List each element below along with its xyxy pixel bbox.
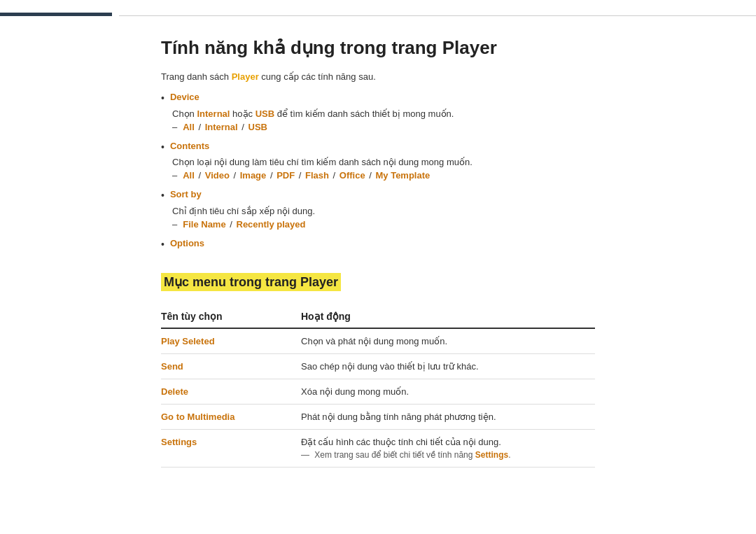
bullet-dot-sortby: • — [161, 189, 164, 203]
contents-options: All / Video / Image / PDF / Flash / Offi… — [183, 170, 430, 181]
table-row: Play Seleted Chọn và phát nội dung mong … — [161, 328, 595, 354]
option-send: Send — [161, 353, 301, 379]
intro-prefix: Trang danh sách — [161, 71, 232, 82]
feature-desc-device: Chọn Internal hoặc USB để tìm kiếm danh … — [172, 108, 595, 119]
bullet-dot: • — [161, 92, 164, 106]
content-area: Tính năng khả dụng trong trang Player Tr… — [0, 16, 756, 496]
option-go-multimedia: Go to Multimedia — [161, 404, 301, 429]
bullet-dot-contents: • — [161, 141, 164, 155]
device-sub-list: All / Internal / USB — [172, 122, 595, 132]
feature-list: • Device Chọn Internal hoặc USB để tìm k… — [161, 92, 595, 251]
internal-highlight: Internal — [197, 108, 230, 119]
menu-table: Tên tùy chọn Hoạt động Play Seleted Chọn… — [161, 305, 595, 468]
action-settings: Đặt cấu hình các thuộc tính chi tiết của… — [301, 429, 595, 467]
intro-text: Trang danh sách Player cung cấp các tính… — [161, 71, 595, 82]
table-row: Delete Xóa nội dung mong muốn. — [161, 379, 595, 404]
device-sub-item: All / Internal / USB — [172, 122, 595, 132]
action-play-seleted: Chọn và phát nội dung mong muốn. — [301, 328, 595, 354]
usb-highlight: USB — [255, 108, 274, 119]
sortby-sub-list: File Name / Recently played — [172, 219, 595, 230]
section-heading: Mục menu trong trang Player — [161, 273, 341, 291]
intro-suffix: cung cấp các tính năng sau. — [259, 71, 376, 82]
feature-sortby: • Sort by Chỉ định tiêu chí sắp xếp nội … — [161, 189, 595, 230]
feature-label-sortby: Sort by — [170, 189, 202, 199]
note-dash: ― — [301, 450, 309, 460]
option-settings: Settings — [161, 429, 301, 467]
settings-link: Settings — [475, 450, 508, 460]
table-header-row: Tên tùy chọn Hoạt động — [161, 305, 595, 328]
sortby-options: File Name / Recently played — [183, 219, 305, 230]
feature-options: • Options — [161, 238, 595, 252]
feature-label-contents: Contents — [170, 141, 209, 151]
action-go-multimedia: Phát nội dung bằng tính năng phát phương… — [301, 404, 595, 429]
settings-note-prefix: Xem trang sau để biết chi tiết về tính n… — [314, 450, 475, 460]
feature-device: • Device Chọn Internal hoặc USB để tìm k… — [161, 92, 595, 132]
settings-note-suffix: . — [508, 450, 510, 460]
device-options: All / Internal / USB — [183, 122, 267, 132]
option-delete: Delete — [161, 379, 301, 404]
top-bar — [0, 0, 756, 16]
action-delete: Xóa nội dung mong muốn. — [301, 379, 595, 404]
feature-contents: • Contents Chọn loại nội dung làm tiêu c… — [161, 141, 595, 181]
table-row: Settings Đặt cấu hình các thuộc tính chi… — [161, 429, 595, 467]
feature-desc-contents: Chọn loại nội dung làm tiêu chí tìm kiếm… — [172, 157, 595, 167]
contents-sub-list: All / Video / Image / PDF / Flash / Offi… — [172, 170, 595, 181]
table-row: Go to Multimedia Phát nội dung bằng tính… — [161, 404, 595, 429]
feature-desc-sortby: Chỉ định tiêu chí sắp xếp nội dung. — [172, 206, 595, 216]
intro-player: Player — [232, 71, 259, 82]
top-bar-left-line — [0, 13, 112, 16]
table-header-col2: Hoạt động — [301, 305, 595, 328]
contents-sub-item: All / Video / Image / PDF / Flash / Offi… — [172, 170, 595, 181]
sortby-sub-item: File Name / Recently played — [172, 219, 595, 230]
option-play-seleted: Play Seleted — [161, 328, 301, 354]
table-header-col1: Tên tùy chọn — [161, 305, 301, 328]
page-container: Tính năng khả dụng trong trang Player Tr… — [0, 0, 756, 496]
settings-note: ― Xem trang sau để biết chi tiết về tính… — [301, 450, 588, 460]
feature-label-options: Options — [170, 238, 204, 248]
action-send: Sao chép nội dung vào thiết bị lưu trữ k… — [301, 353, 595, 379]
settings-action-text: Đặt cấu hình các thuộc tính chi tiết của… — [301, 437, 588, 447]
table-row: Send Sao chép nội dung vào thiết bị lưu … — [161, 353, 595, 379]
top-bar-right-line — [119, 15, 756, 16]
main-title: Tính năng khả dụng trong trang Player — [161, 37, 595, 59]
feature-label-device: Device — [170, 92, 200, 102]
bullet-dot-options: • — [161, 238, 164, 252]
